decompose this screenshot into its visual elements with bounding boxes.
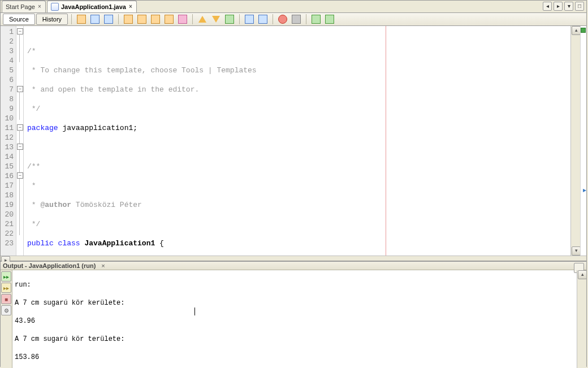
fold-toggle-icon[interactable]: − xyxy=(17,144,23,150)
tabs-menu-button[interactable]: ▾ xyxy=(564,2,573,11)
line-number: 7 xyxy=(1,85,14,94)
stop-button[interactable]: ■ xyxy=(1,294,11,304)
next-bookmark-button[interactable] xyxy=(210,13,222,25)
shift-left-button[interactable] xyxy=(243,13,256,25)
separator xyxy=(239,14,240,24)
line-number: 19 xyxy=(1,200,14,210)
error-stripe[interactable]: ▸ xyxy=(580,26,586,256)
line-number: 6 xyxy=(1,75,14,85)
tab-label: Start Page xyxy=(6,3,35,10)
line-number: 14 xyxy=(1,152,14,162)
settings-button[interactable]: ⚙ xyxy=(1,305,11,315)
find-icon xyxy=(124,15,133,24)
history-tab[interactable]: History xyxy=(36,14,68,25)
comment-icon xyxy=(312,15,321,24)
vertical-scrollbar[interactable]: ▴ ▾ xyxy=(577,270,586,368)
line-number: 16 xyxy=(1,171,14,181)
vertical-scrollbar[interactable]: ▴ ▾ xyxy=(570,26,580,256)
prev-bookmark-button[interactable] xyxy=(196,13,209,25)
margin-line xyxy=(386,26,386,256)
fold-toggle-icon[interactable]: − xyxy=(17,86,23,92)
fold-toggle-icon[interactable]: − xyxy=(17,172,23,179)
line-number: 22 xyxy=(1,229,14,239)
triangle-down-icon xyxy=(212,16,220,23)
highlight-button[interactable] xyxy=(163,13,175,25)
output-line: 153.86 xyxy=(15,353,574,362)
find-icon xyxy=(151,15,160,24)
separator xyxy=(71,14,72,24)
text-cursor xyxy=(194,308,195,315)
output-line: 43.96 xyxy=(15,317,574,326)
bookmark-icon xyxy=(178,15,187,24)
code-text: JavaApplication1 xyxy=(84,239,155,248)
line-number: 20 xyxy=(1,210,14,219)
scroll-up-icon[interactable]: ▴ xyxy=(578,270,587,279)
close-icon[interactable]: × xyxy=(99,262,107,270)
record-icon xyxy=(278,15,287,24)
fold-toggle-icon[interactable]: − xyxy=(17,124,23,131)
rerun-button[interactable]: ▸▸ xyxy=(1,271,11,282)
uncomment-button[interactable] xyxy=(323,13,336,25)
maximize-button[interactable]: □ xyxy=(575,2,584,11)
bookmark-icon xyxy=(225,15,234,24)
last-edit-button[interactable] xyxy=(75,13,88,25)
find-next-button[interactable] xyxy=(149,13,162,25)
find-icon xyxy=(137,15,146,24)
code-text: author xyxy=(45,201,71,209)
status-ok-icon xyxy=(581,28,586,33)
rerun-alt-button[interactable]: ▸▸ xyxy=(1,283,11,293)
nav-fwd-button[interactable] xyxy=(102,13,115,25)
output-tools: ▸▸ ▸▸ ■ ⚙ xyxy=(1,270,12,368)
line-number: 13 xyxy=(1,142,14,152)
macro-stop-button[interactable] xyxy=(290,13,302,25)
line-gutter[interactable]: 1 2 3 4 5 6 7 8 9 10 11 12 13 14 15 16 1… xyxy=(1,26,16,256)
find-sel-button[interactable] xyxy=(122,13,135,25)
line-number: 17 xyxy=(1,181,14,191)
highlight-icon xyxy=(165,15,174,24)
scroll-down-icon[interactable]: ▾ xyxy=(572,246,581,256)
comment-button[interactable] xyxy=(310,13,322,25)
scroll-right-button[interactable]: ▸ xyxy=(554,2,563,11)
line-number: 8 xyxy=(1,94,14,104)
line-number: 21 xyxy=(1,219,14,229)
triangle-up-icon xyxy=(198,16,206,23)
bookmark-button[interactable] xyxy=(176,13,189,25)
code-text: * and open the template in the editor. xyxy=(27,85,199,94)
horizontal-scrollbar[interactable]: ◂ ▸ xyxy=(1,256,586,261)
code-editor[interactable]: /* * To change this template, choose Too… xyxy=(24,26,570,256)
editor-area: 1 2 3 4 5 6 7 8 9 10 11 12 13 14 15 16 1… xyxy=(1,26,586,256)
nav-back-button[interactable] xyxy=(89,13,101,25)
output-text[interactable]: run: A 7 cm sugarú kör kerülete: 43.96 A… xyxy=(12,270,577,368)
close-icon[interactable]: × xyxy=(37,5,42,9)
tab-start-page[interactable]: Start Page × xyxy=(2,1,46,12)
scroll-left-button[interactable]: ◂ xyxy=(543,2,552,11)
output-title-bar[interactable]: Output - JavaApplication1 (run) × _ xyxy=(1,262,586,270)
java-file-icon xyxy=(51,3,59,11)
toggle-bookmark-button[interactable] xyxy=(223,13,236,25)
code-text: */ xyxy=(27,220,40,228)
editor-toolbar: Source History xyxy=(1,13,586,26)
line-number: 23 xyxy=(1,239,14,248)
fold-line xyxy=(19,92,20,120)
code-text: * @ xyxy=(27,201,45,209)
scroll-up-icon[interactable]: ▴ xyxy=(572,26,581,35)
tab-controls: ◂ ▸ ▾ □ xyxy=(543,2,584,11)
shift-right-button[interactable] xyxy=(257,13,269,25)
arrow-icon xyxy=(77,15,86,24)
close-icon[interactable]: × xyxy=(128,5,133,9)
tab-label: JavaApplication1.java xyxy=(61,3,126,10)
macro-record-button[interactable] xyxy=(276,13,289,25)
file-tabs: Start Page × JavaApplication1.java × ◂ ▸… xyxy=(1,1,586,13)
indent-icon xyxy=(258,15,267,24)
fold-toggle-icon[interactable]: − xyxy=(17,28,23,34)
source-tab[interactable]: Source xyxy=(3,14,35,25)
output-panel: Output - JavaApplication1 (run) × _ ▸▸ ▸… xyxy=(1,261,586,366)
find-prev-button[interactable] xyxy=(136,13,148,25)
code-text: * xyxy=(27,181,36,190)
code-text: { xyxy=(155,239,164,248)
code-text: */ xyxy=(27,105,40,113)
line-number: 11 xyxy=(1,123,14,133)
output-line: run: xyxy=(15,280,574,289)
fold-column[interactable]: − − − − − xyxy=(16,26,24,256)
tab-java-file[interactable]: JavaApplication1.java × xyxy=(47,1,137,12)
